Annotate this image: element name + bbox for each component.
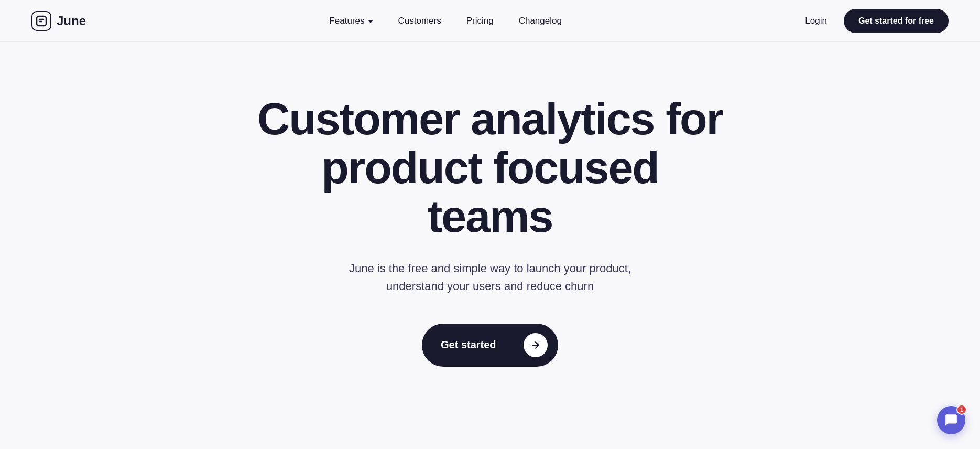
logo[interactable]: June [31, 11, 86, 31]
hero-title: Customer analytics for product focused t… [254, 94, 726, 241]
nav-changelog[interactable]: Changelog [519, 16, 562, 26]
nav-pricing[interactable]: Pricing [466, 16, 494, 26]
nav-features[interactable]: Features [329, 16, 373, 26]
chat-badge: 1 [956, 404, 967, 415]
nav-customers[interactable]: Customers [398, 16, 441, 26]
nav-get-started-button[interactable]: Get started for free [844, 9, 949, 33]
hero-section: Customer analytics for product focused t… [0, 42, 980, 409]
logo-icon [31, 11, 51, 31]
arrow-right-icon [524, 333, 548, 357]
nav-links: Features Customers Pricing Changelog [329, 16, 562, 26]
navigation: June Features Customers Pricing Changelo… [0, 0, 980, 42]
hero-subtitle: June is the free and simple way to launc… [333, 260, 647, 295]
hero-get-started-button[interactable]: Get started [422, 324, 558, 367]
chevron-down-icon [368, 20, 373, 23]
login-link[interactable]: Login [805, 16, 827, 26]
chat-widget[interactable]: 1 [937, 406, 965, 434]
logo-text: June [57, 14, 86, 28]
nav-right: Login Get started for free [805, 9, 949, 33]
